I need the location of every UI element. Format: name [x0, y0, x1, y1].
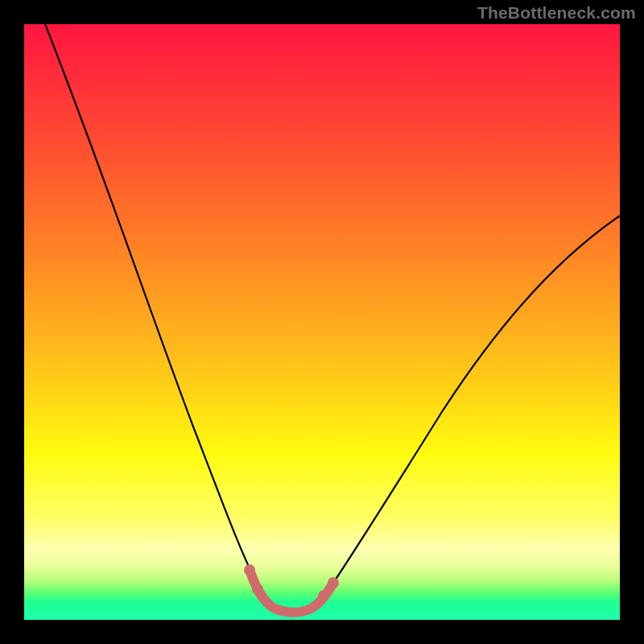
plot-area	[24, 24, 620, 620]
watermark-text: TheBottleneck.com	[477, 3, 636, 23]
highlight-dot-right	[328, 577, 339, 588]
bottleneck-curve	[42, 16, 620, 611]
highlight-dot-left	[244, 564, 255, 576]
chart-frame: TheBottleneck.com	[0, 0, 644, 644]
highlight-dot-left-2	[252, 584, 263, 595]
highlight-dot-right-2	[318, 590, 329, 601]
curve-layer	[24, 24, 620, 620]
